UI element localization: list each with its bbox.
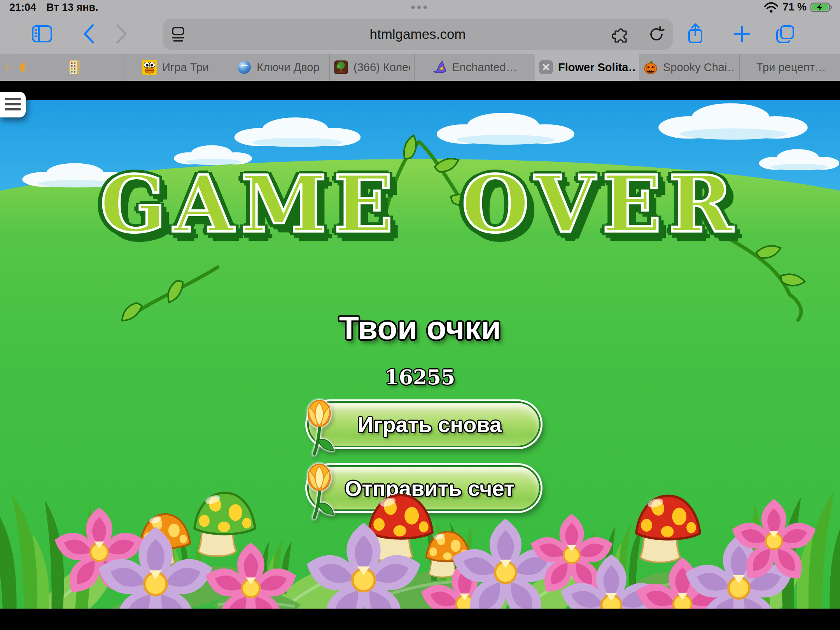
tab-1[interactable]	[8, 54, 26, 81]
partial-favicon	[10, 60, 24, 75]
score-value: 16255	[0, 365, 840, 389]
game-over-title: GAME OVER	[0, 165, 840, 243]
blue-sphere-icon	[237, 60, 252, 75]
status-bar: 21:04 Вт 13 янв. ••• 71 %	[0, 0, 840, 15]
back-icon[interactable]	[78, 22, 100, 46]
clock: 21:04	[9, 2, 36, 14]
score-label: Твои очки	[0, 309, 840, 347]
tab-spooky-chai-[interactable]: Spooky Chai…	[639, 54, 740, 81]
address-bar[interactable]: htmlgames.com	[163, 19, 673, 50]
tab-label: Три рецепт…	[756, 61, 826, 74]
tab-2[interactable]	[26, 54, 124, 81]
tab-три-рецепт-[interactable]: Три рецепт…	[740, 54, 840, 81]
mahjong-tile-icon	[68, 60, 82, 75]
game-canvas: GAME OVER Твои очки 16255 Играть снова О…	[0, 81, 840, 630]
new-tab-plus-icon[interactable]	[731, 22, 753, 46]
tulip-icon	[296, 397, 343, 457]
tab-0[interactable]	[0, 54, 8, 81]
tab-flower-solita-[interactable]: ✕Flower Solita…	[535, 54, 639, 81]
battery-percent: 71 %	[782, 1, 807, 13]
play-again-label: Играть снова	[346, 412, 502, 437]
tab-label: Enchanted…	[452, 61, 517, 74]
grabber-dots: •••	[411, 1, 429, 14]
tab-label: Игра Три	[162, 61, 209, 74]
extensions-puzzle-icon[interactable]	[611, 24, 631, 44]
close-tab-icon[interactable]: ✕	[539, 60, 553, 74]
tab-label: Spooky Chai…	[663, 61, 735, 74]
tab-label: (366) Колесо	[354, 61, 410, 74]
wifi-icon	[764, 2, 779, 13]
url-text: htmlgames.com	[163, 19, 673, 50]
tab--366-колесо[interactable]: (366) Колесо	[330, 54, 415, 81]
battery-charging-icon	[810, 2, 833, 13]
browser-toolbar: htmlgames.com	[0, 15, 840, 54]
ipad-screen: 21:04 Вт 13 янв. ••• 71 %	[0, 0, 840, 630]
share-icon[interactable]	[684, 22, 706, 46]
partial-favicon	[0, 60, 8, 75]
tab-ключи-двор[interactable]: Ключи Двор	[227, 54, 330, 81]
tab-игра-три[interactable]: Игра Три	[124, 54, 227, 81]
submit-score-button[interactable]: Отправить счет	[307, 465, 541, 511]
tab-enchanted-[interactable]: Enchanted…	[415, 54, 535, 81]
tulip-icon	[296, 461, 343, 520]
tab-label: Flower Solita…	[558, 61, 635, 74]
reload-icon[interactable]	[646, 24, 667, 44]
bottom-black-bar	[0, 609, 840, 630]
forward-icon[interactable]	[111, 22, 133, 46]
play-again-button[interactable]: Играть снова	[307, 401, 541, 447]
tab-label: Ключи Двор	[257, 61, 319, 74]
game-scene: GAME OVER Твои очки 16255 Играть снова О…	[0, 100, 840, 609]
tab-overview-icon[interactable]	[775, 22, 796, 46]
tab-bar: Игра ТриКлючи Двор(366) КолесоEnchanted……	[0, 54, 840, 81]
tree-plaque-icon	[334, 60, 348, 75]
submit-score-label: Отправить счет	[333, 476, 514, 501]
hamburger-menu-icon[interactable]	[0, 92, 26, 117]
wizard-hat-icon	[432, 60, 447, 75]
duck-face-icon	[142, 60, 157, 75]
sidebar-icon[interactable]	[31, 22, 53, 46]
date: Вт 13 янв.	[46, 2, 98, 14]
pumpkin-icon	[643, 60, 658, 75]
